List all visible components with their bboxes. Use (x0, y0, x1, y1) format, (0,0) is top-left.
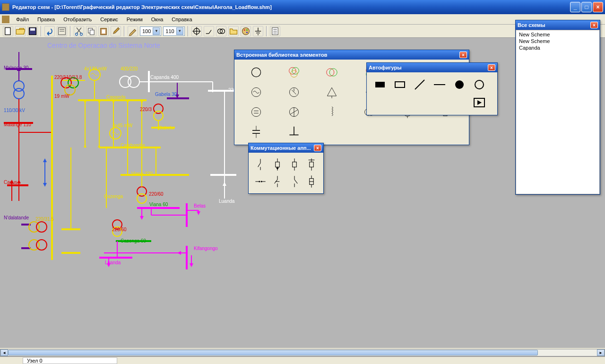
close-button[interactable]: × (593, 2, 603, 12)
sym-3circles[interactable] (276, 63, 312, 81)
sym-motor[interactable] (276, 83, 312, 101)
panel-switching[interactable]: Коммутационные апп... × (248, 143, 324, 194)
open-button[interactable] (15, 26, 26, 36)
list-button[interactable] (270, 26, 280, 36)
menu-service[interactable]: Сервис (96, 16, 122, 23)
sym-capacitor[interactable] (238, 123, 274, 141)
svg-rect-2 (30, 28, 35, 30)
coils-button[interactable] (216, 26, 226, 36)
shape-circle[interactable] (470, 76, 489, 93)
panel-autoshapes[interactable]: Автофигуры × (366, 62, 498, 115)
menu-file[interactable]: Файл (12, 16, 33, 23)
sym-delta[interactable] (314, 83, 350, 101)
properties-button[interactable] (57, 26, 67, 36)
scheme-item[interactable]: Capanda (517, 44, 598, 51)
panel-elements-title[interactable]: Встроенная библиотека элементов × (234, 50, 469, 60)
sym-junction[interactable] (276, 123, 312, 141)
panel-schemes-close[interactable]: × (590, 22, 598, 28)
dropdown-arrow-icon[interactable]: ▼ (176, 27, 183, 35)
menu-mode[interactable]: Режим (123, 16, 147, 23)
sym-generator[interactable] (238, 83, 274, 101)
scroll-track[interactable] (8, 349, 597, 356)
label-kv220-31-5: 220/31.5 (35, 217, 54, 222)
horizontal-scrollbar[interactable]: ◄ ► (0, 349, 605, 356)
label-kv220-60-a: 220/60 (149, 191, 164, 197)
sw-8[interactable] (303, 173, 320, 190)
ground-button[interactable] (253, 26, 263, 36)
scheme-list: New Scheme New Scheme Capanda (516, 30, 600, 194)
undo-button[interactable] (44, 26, 55, 36)
menu-windows[interactable]: Окна (147, 16, 167, 23)
scroll-left-button[interactable]: ◄ (0, 349, 8, 356)
target-button[interactable] (191, 26, 202, 36)
sym-inductor[interactable] (314, 103, 350, 121)
toolbar-separator (124, 26, 125, 36)
shape-line-diag[interactable] (410, 76, 429, 93)
sw-5[interactable] (252, 173, 268, 190)
svg-rect-11 (102, 29, 105, 34)
maximize-button[interactable]: □ (581, 2, 592, 12)
copy-button[interactable] (86, 26, 96, 36)
shape-filled-circle[interactable] (450, 76, 469, 93)
toolbar-separator (41, 26, 42, 36)
label-belas: Belas (194, 203, 206, 208)
label-luanda: Luanda (105, 260, 121, 265)
sym-phasor[interactable] (276, 103, 312, 121)
svg-rect-154 (276, 162, 280, 167)
panel-schemes[interactable]: Все схемы × New Scheme New Scheme Capand… (515, 20, 600, 195)
panel-autoshapes-title[interactable]: Автофигуры × (367, 63, 497, 72)
minimize-button[interactable]: _ (570, 2, 580, 12)
palette-button[interactable] (241, 26, 251, 36)
statusbar: Узел 0 (0, 356, 605, 364)
scheme-item[interactable]: New Scheme (517, 31, 598, 38)
label-gabela30: Gabela 30 (155, 92, 177, 97)
sw-2[interactable] (269, 156, 285, 173)
sw-4[interactable] (303, 156, 320, 173)
save-button[interactable] (27, 26, 38, 36)
panel-switching-title[interactable]: Коммутационные апп... × (249, 143, 323, 153)
panel-elements-close[interactable]: × (459, 52, 467, 58)
switch-button[interactable] (204, 26, 214, 36)
shape-rect[interactable] (390, 76, 409, 93)
toolbar-separator (70, 26, 71, 36)
sym-2circles-rg[interactable] (314, 63, 350, 81)
menu-edit[interactable]: Правка (34, 16, 59, 23)
canvas-area[interactable]: Centro de Operacao do Sistema Norte (0, 38, 605, 348)
panel-switching-title-text: Коммутационные апп... (251, 145, 314, 151)
scroll-right-button[interactable]: ► (597, 349, 605, 356)
svg-rect-145 (395, 82, 405, 87)
cut-button[interactable] (74, 26, 84, 36)
panel-switching-close[interactable]: × (314, 145, 321, 151)
label-cazenga: Cazenga (104, 194, 123, 199)
sw-3[interactable] (286, 156, 302, 173)
label-cacus: Cacus (4, 180, 17, 185)
app-icon (2, 3, 9, 11)
new-button[interactable] (3, 26, 13, 36)
svg-point-84 (154, 111, 163, 121)
menu-view[interactable]: Отобразить (60, 16, 95, 23)
sw-1[interactable] (252, 156, 268, 173)
shape-line-h[interactable] (430, 76, 449, 93)
sym-circle[interactable] (238, 63, 274, 81)
brush-button[interactable] (111, 26, 121, 36)
folder-button[interactable] (228, 26, 239, 36)
shape-play[interactable] (470, 94, 489, 111)
shape-filled-rect[interactable] (371, 76, 389, 93)
panel-schemes-title[interactable]: Все схемы × (516, 20, 600, 30)
zoom-combo-2[interactable]: 110▼ (163, 26, 184, 36)
paste-button[interactable] (98, 26, 109, 36)
scroll-thumb[interactable] (8, 350, 538, 355)
dropdown-arrow-icon[interactable]: ▼ (153, 27, 160, 35)
sw-6[interactable] (269, 173, 285, 190)
sw-7[interactable] (286, 173, 302, 190)
label-cazenga60: Cazenga 60 (121, 238, 146, 243)
menu-help[interactable]: Справка (168, 16, 196, 23)
panel-autoshapes-close[interactable]: × (488, 64, 495, 71)
document-icon (2, 16, 9, 23)
sym-equals[interactable] (238, 103, 274, 121)
scheme-item[interactable]: New Scheme (517, 38, 598, 44)
pencil-button[interactable] (128, 26, 138, 36)
label-malange30: Malange 30 (4, 65, 28, 70)
zoom-combo-1[interactable]: 100▼ (140, 26, 161, 36)
svg-point-125 (251, 107, 260, 116)
